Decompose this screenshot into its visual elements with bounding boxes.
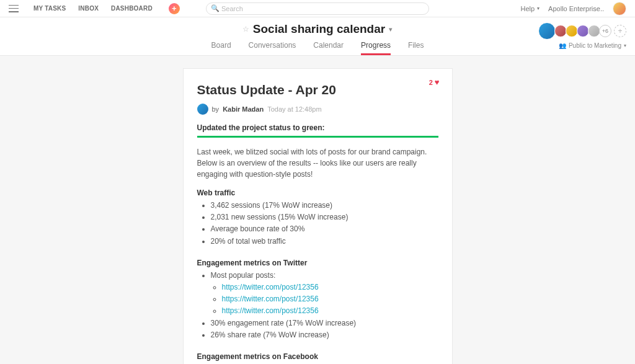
list-item: https://twitter.com/post/12356 — [222, 282, 438, 293]
project-title: Social sharing calendar — [253, 22, 385, 36]
search-wrap: 🔍 — [206, 2, 429, 15]
web-stats-list: 3,462 sessions (17% WoW increase) 2,031 … — [197, 200, 438, 247]
member-avatar[interactable] — [554, 25, 567, 37]
nav-dashboard[interactable]: DASHBOARD — [111, 5, 153, 12]
heart-icon: ♥ — [435, 78, 440, 87]
list-item: 3,462 sessions (17% WoW increase) — [211, 200, 438, 211]
add-button[interactable]: + — [169, 3, 180, 14]
author-avatar[interactable] — [197, 104, 208, 115]
post-byline: by Kabir Madan Today at 12:48pm — [197, 104, 438, 115]
post-title: Status Update - Apr 20 — [197, 82, 438, 97]
tab-files[interactable]: Files — [408, 38, 424, 55]
star-icon[interactable]: ☆ — [242, 25, 249, 33]
member-avatar[interactable] — [588, 25, 600, 37]
post-link[interactable]: https://twitter.com/post/12356 — [222, 295, 319, 303]
like-button[interactable]: 2 ♥ — [429, 78, 440, 87]
chevron-down-icon: ▾ — [624, 43, 626, 48]
people-icon: 👥 — [559, 42, 566, 49]
project-menu-chevron[interactable]: ▾ — [389, 25, 393, 33]
project-header: ☆ Social sharing calendar ▾ Board Conver… — [0, 17, 635, 56]
project-members: +6 + — [542, 22, 626, 40]
by-prefix: by — [212, 105, 220, 113]
list-item-label: Most popular posts: — [211, 271, 276, 280]
tab-progress[interactable]: Progress — [361, 38, 391, 55]
top-bar: MY TASKS INBOX DASHBOARD + 🔍 Help▾ Apoll… — [0, 0, 635, 17]
twitter-list: Most popular posts: https://twitter.com/… — [197, 270, 438, 341]
author-name[interactable]: Kabir Madan — [223, 105, 264, 113]
list-item: 2,031 new sessions (15% WoW increase) — [211, 211, 438, 223]
page-body: 2 ♥ Status Update - Apr 20 by Kabir Mada… — [0, 56, 635, 364]
like-count: 2 — [429, 79, 433, 86]
post-link[interactable]: https://twitter.com/post/12356 — [222, 306, 319, 315]
status-change-line: Updated the project status to green: — [197, 123, 438, 132]
status-bar-green — [197, 136, 438, 138]
list-item: 20% of total web traffic — [211, 236, 438, 247]
add-member-button[interactable]: + — [614, 25, 626, 37]
post-timestamp: Today at 12:48pm — [267, 105, 321, 113]
org-switcher[interactable]: Apollo Enterprise.. — [548, 5, 604, 12]
list-item: 30% engagement rate (17% WoW increase) — [211, 317, 438, 329]
section-heading-twitter: Engagement metrics on Twitter — [197, 259, 438, 267]
help-menu[interactable]: Help▾ — [520, 5, 540, 12]
visibility-label: Public to Marketing — [569, 42, 621, 49]
search-input[interactable] — [206, 2, 429, 15]
tab-conversations[interactable]: Conversations — [249, 38, 296, 55]
more-members[interactable]: +6 — [599, 25, 611, 37]
search-icon: 🔍 — [211, 4, 220, 12]
member-avatar[interactable] — [538, 22, 556, 40]
top-nav: MY TASKS INBOX DASHBOARD — [33, 5, 153, 12]
member-avatar[interactable] — [577, 25, 589, 37]
current-user-avatar[interactable] — [613, 2, 626, 16]
help-label: Help — [520, 5, 535, 12]
project-visibility[interactable]: 👥 Public to Marketing ▾ — [559, 42, 626, 49]
chevron-down-icon: ▾ — [537, 6, 540, 11]
list-item: https://twitter.com/post/12356 — [222, 293, 438, 305]
post-intro: Last week, we blitzed social with lots o… — [197, 146, 438, 180]
tab-calendar[interactable]: Calendar — [313, 38, 344, 55]
list-item: 26% share rate (7% WoW increase) — [211, 329, 438, 341]
list-item: Most popular posts: https://twitter.com/… — [211, 270, 438, 317]
nav-my-tasks[interactable]: MY TASKS — [33, 5, 66, 12]
tab-board[interactable]: Board — [211, 38, 231, 55]
member-avatar[interactable] — [566, 25, 578, 37]
list-item: Average bounce rate of 30% — [211, 223, 438, 235]
section-heading-facebook: Engagement metrics on Facebook — [197, 352, 438, 361]
post-link[interactable]: https://twitter.com/post/12356 — [222, 283, 319, 291]
nav-inbox[interactable]: INBOX — [78, 5, 99, 12]
project-tabs: Board Conversations Calendar Progress Fi… — [9, 38, 626, 55]
status-card: 2 ♥ Status Update - Apr 20 by Kabir Mada… — [183, 68, 453, 364]
section-heading-web: Web traffic — [197, 189, 438, 197]
list-item: https://twitter.com/post/12356 — [222, 305, 438, 317]
menu-icon[interactable] — [9, 5, 19, 12]
